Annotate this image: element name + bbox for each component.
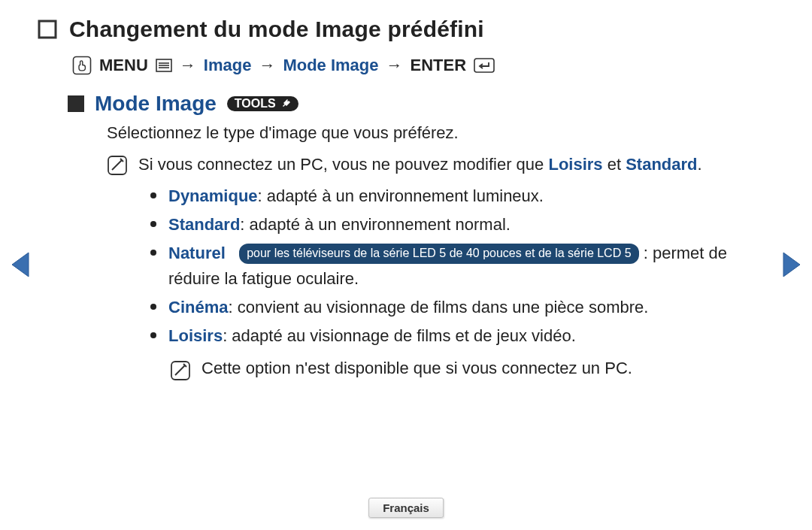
menu-label: MENU: [99, 56, 148, 75]
bullet-dot-icon: [150, 192, 156, 198]
enter-key-icon: [474, 58, 495, 73]
bullet-dot-icon: [150, 304, 156, 310]
language-badge[interactable]: Français: [368, 498, 444, 518]
note-pc-text: Si vous connectez un PC, vous ne pouvez …: [138, 153, 702, 176]
filled-square-icon: [68, 95, 84, 112]
bullet-dynamique: Dynamique: adapté à un environnement lum…: [150, 183, 774, 209]
b1-label: Dynamique: [168, 186, 258, 205]
note-pc-required: Cette option n'est disponible que si vou…: [170, 359, 774, 381]
bullet-dot-icon: [150, 250, 156, 256]
b3-label: Naturel: [168, 244, 226, 262]
manual-page: Changement du mode Image prédéfini MENU …: [0, 0, 812, 530]
section-heading-row: Mode Image TOOLS: [68, 92, 774, 116]
note1-et: et: [603, 155, 626, 174]
note1-standard: Standard: [626, 155, 697, 174]
svg-marker-10: [783, 253, 800, 277]
menu-screen-icon: [156, 59, 172, 72]
note1-loisirs: Loisirs: [548, 155, 602, 174]
svg-rect-0: [39, 21, 56, 38]
remote-hand-icon: [72, 56, 92, 75]
path-mode-image: Mode Image: [283, 56, 378, 75]
section-marker-icon: [38, 20, 57, 39]
bullet-cinema: Cinéma: convient au visionnage de films …: [150, 295, 774, 320]
path-image: Image: [204, 56, 252, 75]
svg-rect-6: [474, 59, 494, 72]
bullet-loisirs: Loisirs: adapté au visionnage de films e…: [150, 323, 774, 349]
b3-pill: pour les téléviseurs de la série LED 5 d…: [239, 244, 638, 264]
note1-suffix: .: [698, 155, 702, 174]
b4-label: Cinéma: [168, 298, 228, 316]
bullet-standard: Standard: adapté à un environnement norm…: [150, 212, 774, 238]
intro-text: Sélectionnez le type d'image que vous pr…: [107, 123, 774, 143]
note-icon: [170, 360, 191, 381]
next-page-button[interactable]: [782, 251, 801, 281]
b5-text: : adapté au visionnage de films et de je…: [223, 326, 576, 345]
arrow-1: →: [180, 56, 196, 75]
bullet-naturel: Naturel pour les téléviseurs de la série…: [150, 241, 774, 292]
bullet-dot-icon: [150, 332, 156, 338]
prev-page-button[interactable]: [11, 251, 30, 281]
note1-prefix: Si vous connectez un PC, vous ne pouvez …: [138, 155, 548, 174]
mode-bullets: Dynamique: adapté à un environnement lum…: [150, 183, 774, 350]
menu-path: MENU → Image → Mode Image → ENTER: [72, 56, 774, 75]
note2-text: Cette option n'est disponible que si vou…: [201, 359, 632, 378]
tools-icon: [280, 98, 291, 109]
b2-text: : adapté à un environnement normal.: [240, 215, 511, 234]
section-heading: Mode Image: [95, 92, 217, 116]
note-pc-limitation: Si vous connectez un PC, vous ne pouvez …: [107, 153, 774, 176]
enter-label: ENTER: [411, 56, 467, 75]
tools-badge: TOOLS: [227, 96, 298, 111]
title-row: Changement du mode Image prédéfini: [38, 17, 774, 42]
page-title: Changement du mode Image prédéfini: [69, 17, 484, 42]
b5-label: Loisirs: [168, 326, 223, 345]
bullet-dot-icon: [150, 221, 156, 227]
note-icon: [107, 155, 128, 176]
arrow-2: →: [259, 56, 275, 75]
b4-text: : convient au visionnage de films dans u…: [228, 298, 648, 316]
b2-label: Standard: [168, 215, 240, 234]
svg-rect-1: [74, 57, 91, 74]
b1-text: : adapté à un environnement lumineux.: [258, 186, 544, 205]
arrow-3: →: [386, 56, 403, 75]
svg-marker-9: [12, 253, 29, 277]
tools-badge-label: TOOLS: [235, 97, 276, 111]
